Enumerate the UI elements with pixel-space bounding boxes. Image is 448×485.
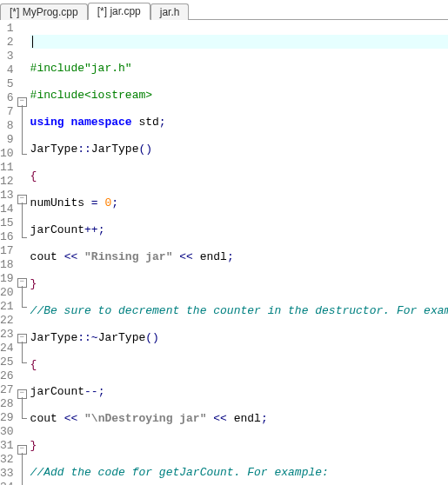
line-number: 17: [0, 244, 14, 258]
fold-cell: [17, 119, 27, 133]
fold-cell[interactable]: −: [17, 439, 27, 453]
identifier: JarType: [91, 143, 139, 156]
fold-cell: [17, 244, 27, 258]
line-number: 30: [0, 425, 14, 439]
fold-cell: [17, 63, 27, 77]
code-line[interactable]: {: [30, 169, 448, 183]
paren: (): [145, 331, 159, 344]
fold-cell: [17, 105, 27, 119]
line-number: 24: [0, 342, 14, 355]
identifier: numUnits: [30, 196, 91, 209]
code-line[interactable]: JarType::~JarType(): [30, 331, 448, 345]
code-line[interactable]: //Be sure to decrement the counter in th…: [30, 304, 448, 318]
code-line[interactable]: //Add the code for getJarCount. For exam…: [30, 466, 448, 480]
identifier: jarCount: [30, 223, 84, 236]
line-number: 6: [0, 91, 14, 105]
fold-cell: [17, 258, 27, 272]
fold-cell: [17, 300, 27, 314]
tab-jar-cpp[interactable]: [*] jar.cpp: [88, 3, 150, 20]
string: "Rinsing jar": [77, 250, 179, 263]
code-line[interactable]: #include<iostream>: [30, 89, 448, 103]
line-number: 33: [0, 467, 14, 481]
op: <<: [64, 412, 78, 425]
code-line[interactable]: using namespace std;: [30, 116, 448, 130]
op: <<: [213, 412, 227, 425]
code-line[interactable]: numUnits = 0;: [30, 196, 448, 210]
line-number: 14: [0, 203, 14, 216]
code-line[interactable]: jarCount++;: [30, 223, 448, 237]
fold-cell[interactable]: −: [17, 383, 27, 397]
punct: ;: [111, 196, 118, 209]
punct: ;: [227, 250, 234, 263]
tab-bar: [*] MyProg.cpp [*] jar.cpp jar.h: [0, 0, 448, 20]
line-number: 25: [0, 355, 14, 369]
line-number: 23: [0, 328, 14, 342]
fold-cell: [17, 467, 27, 481]
identifier: std: [132, 116, 159, 129]
fold-cell: [17, 355, 27, 369]
brace: {: [30, 358, 37, 371]
fold-cell: [17, 216, 27, 230]
fold-cell: [17, 411, 27, 425]
line-number: 15: [0, 216, 14, 230]
punct: ;: [159, 116, 166, 129]
code-line[interactable]: cout << "Rinsing jar" << endl;: [30, 250, 448, 264]
fold-cell[interactable]: −: [17, 91, 27, 105]
line-number: 22: [0, 314, 14, 328]
op: ::~: [77, 331, 97, 344]
code-line[interactable]: }: [30, 439, 448, 453]
line-number: 18: [0, 258, 14, 272]
identifier: jarCount: [30, 385, 84, 398]
code-line[interactable]: JarType::JarType(): [30, 143, 448, 156]
line-number: 3: [0, 50, 14, 63]
fold-cell: [17, 481, 27, 485]
line-number: 28: [0, 397, 14, 411]
identifier: endl: [193, 250, 227, 263]
brace: {: [30, 169, 37, 183]
fold-cell[interactable]: −: [17, 272, 27, 286]
code-line[interactable]: [30, 35, 448, 49]
op: <<: [179, 250, 193, 263]
comment: //Add the code for getJarCount. For exam…: [30, 466, 329, 479]
fold-cell: [17, 230, 27, 244]
line-number: 26: [0, 369, 14, 383]
op: ++: [84, 223, 98, 236]
fold-cell: [17, 453, 27, 467]
punct: ;: [98, 223, 105, 236]
identifier: JarType: [98, 331, 146, 344]
code-line[interactable]: {: [30, 358, 448, 372]
identifier: cout: [30, 250, 64, 263]
fold-cell[interactable]: −: [17, 189, 27, 203]
code-line[interactable]: }: [30, 277, 448, 291]
fold-cell: [17, 369, 27, 383]
op: ::: [77, 143, 91, 156]
fold-cell: [17, 50, 27, 63]
editor: 1 2 3 4 5 6 7 8 9 10 11 12 13 14 15 16 1…: [0, 20, 448, 485]
fold-cell: [17, 314, 27, 328]
line-number: 34: [0, 481, 14, 485]
code-line[interactable]: cout << "\nDestroying jar" << endl;: [30, 412, 448, 426]
code-line[interactable]: #include"jar.h": [30, 62, 448, 76]
fold-cell: [17, 342, 27, 355]
line-number: 21: [0, 300, 14, 314]
tab-jar-h[interactable]: jar.h: [150, 3, 190, 20]
line-number: 1: [0, 22, 14, 36]
brace: }: [30, 439, 37, 452]
code-area[interactable]: #include"jar.h" #include<iostream> using…: [27, 20, 448, 485]
fold-cell: [17, 147, 27, 161]
tab-label: [*] MyProg.cpp: [10, 6, 78, 18]
line-number-gutter: 1 2 3 4 5 6 7 8 9 10 11 12 13 14 15 16 1…: [0, 20, 17, 485]
fold-cell[interactable]: −: [17, 328, 27, 342]
fold-cell: [17, 133, 27, 147]
op: <<: [64, 250, 78, 263]
tab-label: [*] jar.cpp: [97, 5, 141, 17]
line-number: 8: [0, 119, 14, 133]
punct: ;: [261, 412, 268, 425]
line-number: 31: [0, 439, 14, 453]
line-number: 4: [0, 63, 14, 77]
tab-myprog[interactable]: [*] MyProg.cpp: [0, 3, 88, 20]
code-line[interactable]: jarCount--;: [30, 385, 448, 399]
line-number: 11: [0, 161, 14, 175]
keyword: using namespace: [30, 116, 132, 129]
fold-gutter: −−−−−−: [17, 20, 27, 485]
